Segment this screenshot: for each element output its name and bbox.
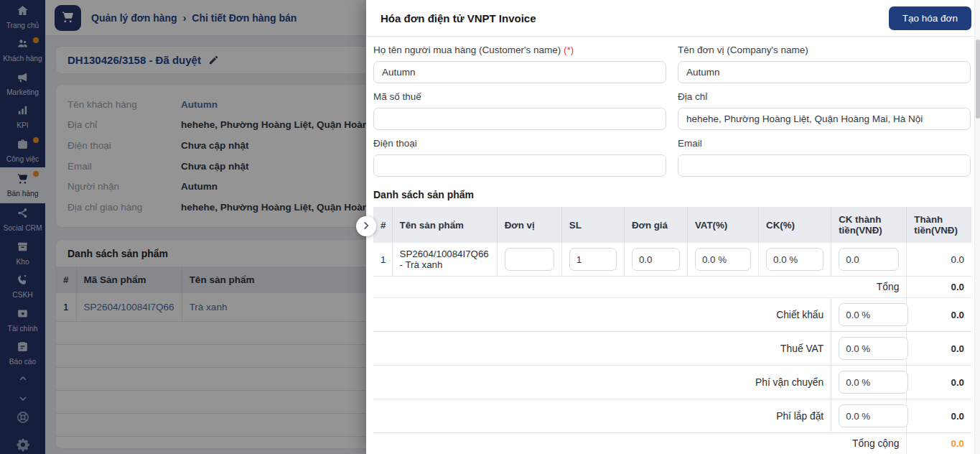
drawer-header: Hóa đơn điện tử VNPT Invoice Tạo hóa đơn: [366, 0, 980, 37]
column-header: Tên sản phẩm: [392, 207, 497, 243]
summary-value: 0.0: [907, 399, 971, 433]
customer-name-input[interactable]: [373, 61, 666, 83]
column-header: CK(%): [759, 207, 831, 243]
column-header: VAT(%): [687, 207, 758, 243]
summary-value: 0.0: [907, 298, 971, 332]
drawer-collapse-button[interactable]: [356, 216, 376, 236]
summary-value: 0.0: [907, 277, 971, 298]
vat-total-input[interactable]: [839, 337, 908, 360]
create-invoice-button[interactable]: Tạo hóa đơn: [889, 6, 971, 30]
column-header: Thành tiền(VNĐ): [907, 207, 971, 243]
discount-total-input[interactable]: [839, 303, 908, 326]
drawer-body: Họ tên người mua hàng (Customer's name) …: [366, 37, 980, 454]
address-input[interactable]: [678, 108, 971, 130]
chevron-right-icon: [361, 221, 371, 233]
summary-row-shipping: Phí vận chuyển 0.0: [373, 366, 971, 399]
summary-label: Tổng: [373, 277, 907, 298]
field-label-customer-name: Họ tên người mua hàng (Customer's name) …: [373, 45, 666, 55]
field-label-email: Email: [678, 138, 971, 149]
discount-amount-input[interactable]: [839, 248, 899, 271]
app-root: Trang chủ Khách hàng Marketing KPI Công …: [0, 0, 980, 454]
summary-value: 0.0: [907, 332, 971, 366]
summary-label: Thuế VAT: [373, 332, 831, 366]
summary-label: Phí vận chuyển: [373, 366, 831, 399]
grand-total-value: 0.0: [907, 433, 971, 454]
column-header: Đơn giá: [624, 207, 687, 243]
summary-label: Phí lắp đặt: [373, 399, 831, 433]
summary-value: 0.0: [907, 366, 971, 399]
discount-percent-input[interactable]: [766, 248, 823, 271]
summary-label: Chiết khấu: [373, 298, 831, 332]
column-header: SL: [561, 207, 624, 243]
column-header: CK thành tiền(VNĐ): [831, 207, 907, 243]
scrollbar-thumb[interactable]: [976, 40, 980, 119]
row-index: 1: [373, 243, 392, 277]
vat-percent-input[interactable]: [695, 248, 751, 271]
summary-row-discount: Chiết khấu 0.0: [373, 298, 971, 332]
invoice-products-title: Danh sách sản phẩm: [373, 189, 971, 200]
summary-row-installation: Phí lắp đặt 0.0: [373, 399, 971, 433]
phone-input[interactable]: [373, 154, 666, 177]
summary-row-total: Tổng 0.0: [373, 277, 971, 298]
required-mark: (*): [564, 45, 574, 55]
field-label-tax-code: Mã số thuế: [373, 91, 666, 102]
vnpt-invoice-drawer: Hóa đơn điện tử VNPT Invoice Tạo hóa đơn…: [366, 0, 980, 454]
tax-code-input[interactable]: [373, 108, 666, 130]
shipping-fee-input[interactable]: [839, 371, 908, 394]
field-label-company-name: Tên đơn vị (Company's name): [678, 45, 971, 55]
invoice-product-row: 1 SP2604/10084I7Q66 - Trà xanh 0.0: [373, 243, 971, 277]
invoice-product-link[interactable]: SP2604/10084I7Q66 - Trà xanh: [392, 243, 497, 277]
column-header: Đơn vị: [497, 207, 561, 243]
unit-price-input[interactable]: [632, 248, 680, 271]
quantity-input[interactable]: [569, 248, 617, 271]
drawer-title: Hóa đơn điện tử VNPT Invoice: [381, 12, 536, 24]
line-total-value: 0.0: [907, 243, 971, 277]
company-name-input[interactable]: [678, 61, 971, 83]
invoice-products-table: # Tên sản phẩm Đơn vị SL Đơn giá VAT(%) …: [373, 207, 971, 454]
drawer-scrollbar: [974, 0, 980, 454]
unit-input[interactable]: [505, 248, 554, 271]
summary-row-vat: Thuế VAT 0.0: [373, 332, 971, 366]
grand-total-label: Tổng cộng: [373, 433, 907, 454]
field-label-phone: Điện thoại: [373, 138, 666, 149]
email-input[interactable]: [678, 154, 971, 177]
summary-row-grand-total: Tổng cộng 0.0: [373, 433, 971, 454]
field-label-address: Địa chỉ: [678, 91, 971, 102]
installation-fee-input[interactable]: [839, 404, 908, 427]
